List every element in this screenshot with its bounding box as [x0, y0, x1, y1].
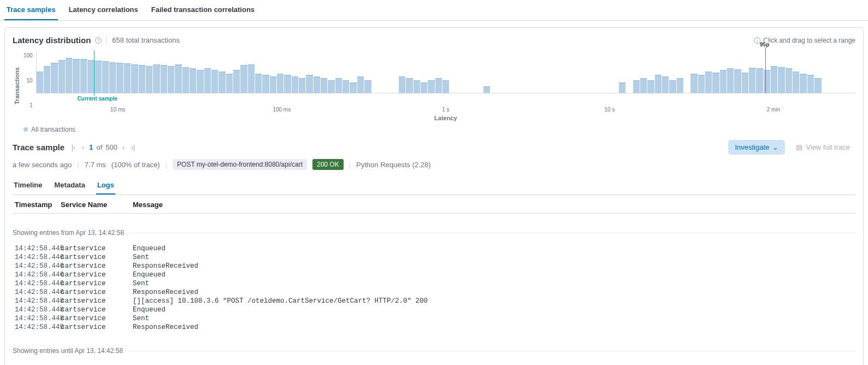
histogram-bar[interactable] — [640, 78, 647, 93]
histogram-bar[interactable] — [756, 68, 763, 93]
histogram-bar[interactable] — [734, 69, 741, 93]
histogram-bar[interactable] — [647, 80, 654, 93]
histogram-bar[interactable] — [786, 68, 793, 93]
histogram-bar[interactable] — [690, 74, 698, 93]
investigate-button[interactable]: Investigate ⌄ — [728, 140, 785, 155]
tab-trace-samples[interactable]: Trace samples — [4, 0, 58, 20]
histogram-bar[interactable] — [270, 76, 277, 93]
histogram-bar[interactable] — [435, 78, 442, 93]
histogram-bar[interactable] — [51, 63, 58, 93]
histogram-bar[interactable] — [778, 67, 785, 93]
log-row[interactable]: 14:42:58.446cartserviceSent — [13, 253, 855, 262]
histogram-bar[interactable] — [414, 80, 421, 93]
histogram-bar[interactable] — [153, 64, 160, 93]
histogram-bar[interactable] — [669, 80, 676, 93]
col-message[interactable]: Message — [133, 201, 855, 209]
histogram-bar[interactable] — [175, 64, 182, 93]
histogram-bar[interactable] — [204, 68, 211, 93]
histogram-bar[interactable] — [814, 78, 822, 93]
histogram-bar[interactable] — [698, 75, 705, 93]
tab-latency-correlations[interactable]: Latency correlations — [67, 0, 140, 20]
histogram-bar[interactable] — [58, 60, 66, 93]
chart-plot[interactable] — [36, 50, 855, 93]
histogram-bar[interactable] — [677, 78, 684, 93]
histogram-bar[interactable] — [233, 70, 240, 93]
pager-first-icon[interactable]: |‹ — [70, 143, 77, 152]
subtab-logs[interactable]: Logs — [96, 176, 115, 195]
histogram-bar[interactable] — [299, 78, 306, 93]
log-row[interactable]: 14:42:58.448cartserviceEnqueued — [13, 305, 855, 314]
histogram-bar[interactable] — [248, 64, 255, 93]
histogram-bar[interactable] — [124, 63, 131, 93]
histogram-bar[interactable] — [720, 70, 727, 93]
histogram-bar[interactable] — [749, 68, 756, 93]
histogram-bar[interactable] — [771, 66, 778, 93]
histogram-bar[interactable] — [131, 64, 138, 93]
histogram-bar[interactable] — [321, 78, 328, 93]
info-icon[interactable]: ? — [95, 37, 102, 44]
latency-chart[interactable]: Transactions 100 10 1 10 ms 100 ms 1 s 1… — [13, 50, 855, 121]
histogram-bar[interactable] — [793, 72, 800, 93]
histogram-bar[interactable] — [705, 72, 712, 93]
histogram-bar[interactable] — [102, 61, 109, 93]
log-row[interactable]: 14:42:58.446cartserviceResponseReceived — [13, 288, 855, 297]
subtab-timeline[interactable]: Timeline — [13, 176, 44, 195]
histogram-bar[interactable] — [343, 80, 350, 93]
histogram-bar[interactable] — [284, 75, 291, 93]
histogram-bar[interactable] — [211, 70, 219, 93]
histogram-bar[interactable] — [655, 75, 662, 93]
log-row[interactable]: 14:42:58.449cartserviceResponseReceived — [13, 323, 855, 332]
histogram-bar[interactable] — [219, 72, 226, 93]
histogram-bar[interactable] — [712, 73, 719, 93]
histogram-bar[interactable] — [66, 58, 73, 93]
histogram-bar[interactable] — [328, 80, 335, 93]
histogram-bar[interactable] — [742, 73, 749, 93]
histogram-bar[interactable] — [109, 62, 116, 93]
subtab-metadata[interactable]: Metadata — [54, 176, 86, 195]
histogram-bar[interactable] — [292, 76, 299, 93]
histogram-bar[interactable] — [116, 63, 123, 93]
histogram-bar[interactable] — [727, 68, 734, 93]
histogram-bar[interactable] — [161, 65, 168, 93]
histogram-bar[interactable] — [350, 83, 357, 93]
col-timestamp[interactable]: Timestamp — [15, 201, 61, 209]
histogram-bar[interactable] — [364, 80, 371, 93]
histogram-bar[interactable] — [619, 83, 626, 93]
histogram-bar[interactable] — [314, 76, 321, 93]
log-row[interactable]: 14:42:58.446cartserviceResponseReceived — [13, 262, 855, 270]
pager-last-icon[interactable]: ›| — [129, 143, 137, 152]
histogram-bar[interactable] — [44, 66, 51, 93]
histogram-bar[interactable] — [80, 59, 87, 93]
histogram-bar[interactable] — [335, 78, 343, 93]
histogram-bar[interactable] — [190, 68, 197, 93]
histogram-bar[interactable] — [182, 67, 190, 93]
log-row[interactable]: 14:42:58.448cartserviceSent — [13, 314, 855, 323]
tab-failed-correlations[interactable]: Failed transaction correlations — [149, 0, 257, 20]
histogram-bar[interactable] — [95, 61, 102, 93]
histogram-bar[interactable] — [255, 74, 262, 93]
histogram-bar[interactable] — [764, 70, 771, 93]
pager-next-icon[interactable]: › — [121, 143, 126, 152]
pager-prev-icon[interactable]: ‹ — [80, 143, 86, 152]
histogram-bar[interactable] — [406, 78, 413, 93]
histogram-bar[interactable] — [139, 65, 146, 93]
histogram-bar[interactable] — [399, 76, 406, 93]
histogram-bar[interactable] — [800, 74, 807, 93]
histogram-bar[interactable] — [197, 70, 204, 93]
histogram-bar[interactable] — [240, 65, 247, 93]
log-row[interactable]: 14:42:58.448cartservice[][access] 10.108… — [13, 297, 855, 305]
histogram-bar[interactable] — [226, 74, 233, 93]
log-row[interactable]: 14:42:58.446cartserviceEnqueued — [13, 270, 855, 279]
histogram-bar[interactable] — [421, 83, 428, 93]
histogram-bar[interactable] — [146, 66, 153, 93]
histogram-bar[interactable] — [428, 80, 435, 93]
histogram-bar[interactable] — [277, 74, 284, 93]
histogram-bar[interactable] — [807, 75, 814, 93]
col-service[interactable]: Service Name — [61, 201, 133, 209]
histogram-bar[interactable] — [168, 66, 175, 93]
histogram-bar[interactable] — [633, 80, 640, 93]
histogram-bar[interactable] — [73, 59, 80, 93]
histogram-bar[interactable] — [262, 75, 269, 93]
histogram-bar[interactable] — [37, 72, 44, 93]
log-row[interactable]: 14:42:58.446cartserviceSent — [13, 279, 855, 288]
